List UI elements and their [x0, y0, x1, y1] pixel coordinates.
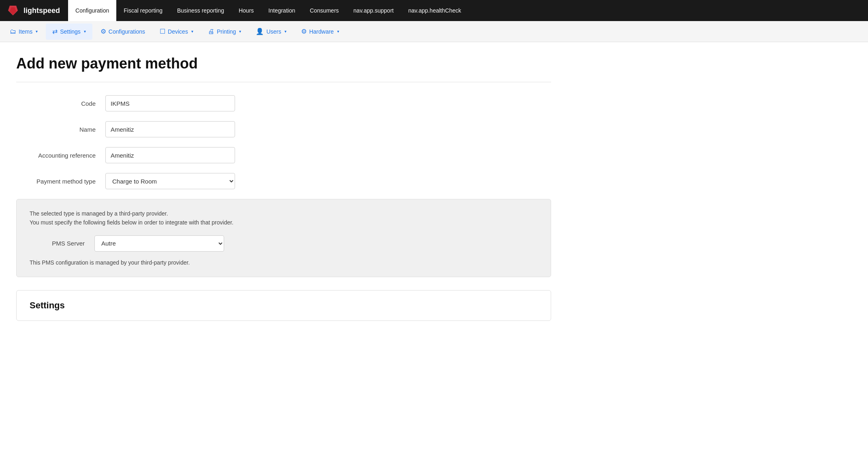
sec-nav-settings[interactable]: ⇄ Settings ▾ [46, 24, 92, 40]
payment-method-type-label: Payment method type [16, 178, 105, 185]
secondary-navigation: 🗂 Items ▾ ⇄ Settings ▾ ⚙ Configurations … [0, 21, 868, 42]
nav-item-healthcheck[interactable]: nav.app.healthCheck [401, 0, 468, 21]
name-input[interactable] [105, 121, 235, 137]
name-row: Name [16, 121, 381, 137]
devices-icon: ☐ [160, 28, 165, 35]
sec-nav-hardware[interactable]: ⚙ Hardware ▾ [295, 24, 346, 40]
hardware-icon: ⚙ [301, 28, 307, 35]
info-line-2: You must specify the following fields be… [30, 218, 538, 227]
accounting-ref-row: Accounting reference [16, 147, 381, 163]
sec-nav-configurations[interactable]: ⚙ Configurations [94, 24, 152, 40]
items-icon: 🗂 [10, 28, 16, 35]
settings-title: Settings [30, 300, 538, 311]
payment-method-type-select[interactable]: Charge to Room Cash Card Other [105, 173, 235, 189]
name-label: Name [16, 126, 105, 133]
info-box-text: The selected type is managed by a third-… [30, 209, 538, 227]
accounting-ref-label: Accounting reference [16, 152, 105, 159]
configurations-icon: ⚙ [100, 28, 106, 35]
sec-nav-users[interactable]: 👤 Users ▾ [249, 24, 293, 40]
settings-section: Settings [16, 290, 551, 321]
payment-method-type-row: Payment method type Charge to Room Cash … [16, 173, 381, 189]
hardware-chevron-icon: ▾ [337, 29, 339, 34]
sec-nav-devices[interactable]: ☐ Devices ▾ [153, 24, 200, 40]
printing-icon: 🖨 [208, 28, 214, 35]
accounting-ref-input[interactable] [105, 147, 235, 163]
printing-chevron-icon: ▾ [239, 29, 241, 34]
title-divider [16, 82, 551, 82]
main-content: Add new payment method Code Name Account… [0, 42, 567, 334]
payment-method-form: Code Name Accounting reference Payment m… [16, 95, 381, 189]
sec-nav-printing[interactable]: 🖨 Printing ▾ [201, 24, 248, 40]
items-chevron-icon: ▾ [36, 29, 38, 34]
pms-server-select[interactable]: Autre Opera Protel Mews [94, 235, 224, 252]
nav-item-fiscal-reporting[interactable]: Fiscal reporting [116, 0, 170, 21]
nav-item-hours[interactable]: Hours [231, 0, 261, 21]
brand-name: lightspeed [24, 6, 60, 15]
pms-server-label: PMS Server [30, 240, 94, 247]
top-navigation: lightspeed Configuration Fiscal reportin… [0, 0, 868, 21]
code-row: Code [16, 95, 381, 111]
nav-item-integration[interactable]: Integration [261, 0, 302, 21]
code-input[interactable] [105, 95, 235, 111]
lightspeed-logo-icon [6, 4, 19, 17]
nav-item-support[interactable]: nav.app.support [346, 0, 401, 21]
info-line-1: The selected type is managed by a third-… [30, 209, 538, 218]
nav-item-business-reporting[interactable]: Business reporting [170, 0, 231, 21]
code-label: Code [16, 100, 105, 107]
sec-nav-items[interactable]: 🗂 Items ▾ [3, 24, 44, 40]
devices-chevron-icon: ▾ [191, 29, 193, 34]
nav-item-configuration[interactable]: Configuration [68, 0, 116, 21]
pms-server-row: PMS Server Autre Opera Protel Mews [30, 235, 538, 252]
users-icon: 👤 [256, 28, 264, 35]
info-box: The selected type is managed by a third-… [16, 199, 551, 277]
page-title: Add new payment method [16, 55, 551, 72]
logo-area[interactable]: lightspeed [6, 4, 60, 17]
settings-icon: ⇄ [52, 28, 58, 35]
nav-item-consumers[interactable]: Consumers [302, 0, 346, 21]
users-chevron-icon: ▾ [284, 29, 286, 34]
pms-note: This PMS configuration is managed by you… [30, 258, 538, 267]
settings-chevron-icon: ▾ [84, 29, 86, 34]
